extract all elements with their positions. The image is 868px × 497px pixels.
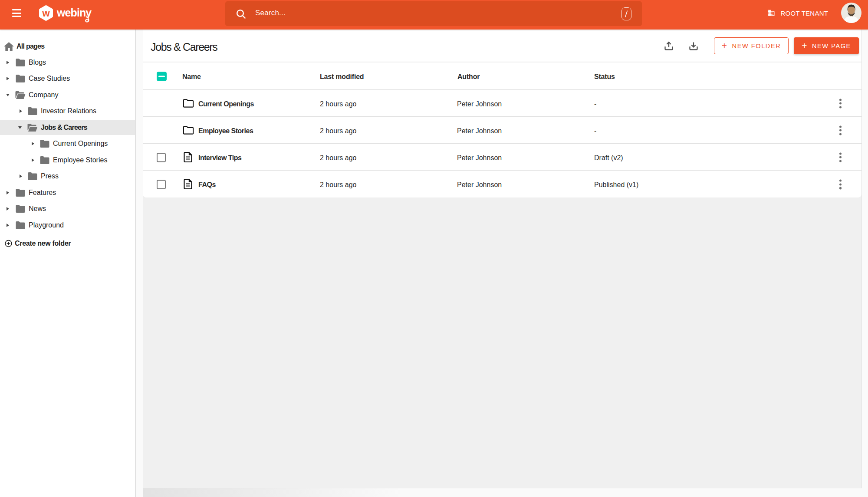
svg-text:w: w (42, 8, 50, 19)
